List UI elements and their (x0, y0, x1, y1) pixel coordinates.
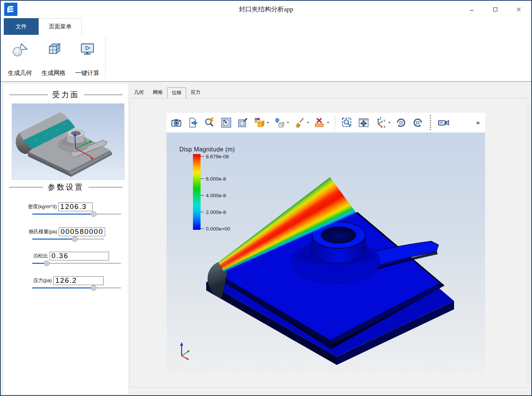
poisson-ratio-slider[interactable] (32, 260, 121, 266)
video-record-icon[interactable] (437, 115, 450, 130)
viewport-toolbar: Z Y X (166, 113, 485, 133)
tab-stress-label: 应力 (191, 89, 201, 95)
lighting-dropdown-icon[interactable] (287, 122, 289, 123)
legend-title: Disp Magnitude (m) (179, 146, 235, 153)
axes-orientation-icon[interactable]: Z Y X (374, 115, 390, 130)
poisson-ratio-slider-thumb[interactable] (44, 260, 50, 266)
density-label: 密度(kg/m^3) (28, 203, 57, 210)
poisson-ratio-label: 泊松比 (33, 253, 48, 259)
zoom-region-icon[interactable] (341, 115, 353, 130)
legend-ticks: 8.679e-08 6.000e-8 4.000e-8 2.000e-8 0.0… (201, 154, 242, 230)
result-tab-strip: 几何 网格 位移 应力 (129, 89, 205, 98)
clean-dropdown-icon[interactable] (307, 122, 309, 123)
compute-icon (79, 39, 96, 61)
legend-tick: 0.000e+00 (201, 226, 230, 232)
density-field[interactable] (58, 203, 93, 211)
axes-dropdown-icon[interactable] (388, 122, 390, 123)
one-click-compute-label: 一键计算 (75, 69, 100, 77)
ribbon-tab-page-menu-label: 页面菜单 (49, 23, 72, 30)
ribbon-tab-page-menu[interactable]: 页面菜单 (39, 18, 82, 35)
main-area: 受力面 (1, 81, 531, 396)
one-click-compute-button[interactable]: 一键计算 (70, 36, 104, 79)
expand-view-icon[interactable] (237, 115, 249, 130)
generate-geometry-button[interactable]: 生成几何 (3, 36, 37, 79)
parameters-title: 参数设置 (48, 182, 84, 192)
tab-mesh-label: 网格 (153, 89, 163, 95)
window-title: 封口夹结构分析app (1, 1, 531, 18)
pressure-field[interactable] (53, 276, 104, 285)
close-button[interactable] (515, 5, 523, 14)
tab-geometry[interactable]: 几何 (129, 87, 148, 98)
force-surface-preview (12, 103, 124, 180)
fit-view-icon[interactable] (220, 115, 232, 130)
legend-tick: 4.000e-8 (201, 193, 226, 198)
measure-off-icon[interactable] (314, 115, 329, 130)
measure-off-dropdown-icon[interactable] (327, 122, 329, 123)
displacement-tab-page: Z Y X (129, 98, 528, 388)
density-slider-thumb[interactable] (91, 211, 96, 217)
rotate-ccw-icon[interactable] (412, 115, 424, 130)
tab-mesh[interactable]: 网格 (148, 87, 167, 98)
pressure-slider[interactable] (32, 285, 121, 291)
ribbon-group-separator (105, 36, 106, 80)
pressure-slider-thumb[interactable] (91, 285, 96, 291)
toolbar-separator (335, 116, 335, 129)
mesh-icon (45, 39, 62, 61)
legend-colorbar (193, 154, 201, 230)
youngs-modulus-slider[interactable] (32, 236, 104, 242)
export-icon[interactable] (187, 115, 199, 130)
pressure-row: 压力(pa) (33, 276, 104, 285)
zoom-flash-icon[interactable] (204, 115, 216, 130)
render-canvas[interactable]: Disp Magnitude (m) 8.679e-08 6.000e-8 4.… (166, 133, 485, 373)
svg-text:Y: Y (383, 119, 386, 123)
minimize-button[interactable] (468, 5, 476, 14)
ribbon-tab-file[interactable]: 文件 (4, 18, 39, 35)
clean-icon[interactable] (294, 115, 309, 130)
youngs-modulus-row: 杨氏模量(pa) (29, 227, 105, 236)
toolbar-dotted-separator (430, 115, 431, 130)
youngs-modulus-label: 杨氏模量(pa) (29, 228, 57, 235)
display-mode-dropdown-icon[interactable] (267, 122, 269, 123)
rotate-cw-icon[interactable] (395, 115, 407, 130)
legend-tick: 2.000e-8 (201, 209, 226, 215)
density-row: 密度(kg/m^3) (28, 202, 93, 211)
maximize-button[interactable] (491, 5, 499, 14)
svg-text:Z: Z (380, 117, 381, 120)
legend-tick: 6.000e-8 (201, 176, 226, 182)
left-panel: 受力面 (4, 84, 128, 394)
ribbon-tab-strip: 文件 页面菜单 (1, 18, 531, 35)
pressure-label: 压力(pa) (33, 277, 52, 284)
tab-displacement-label: 位移 (172, 90, 182, 95)
3d-viewport: Z Y X (166, 113, 485, 373)
app-window: 封口夹结构分析app 文件 页面菜单 (0, 0, 532, 396)
tab-displacement[interactable]: 位移 (167, 87, 186, 98)
parameters-section-header: 参数设置 (9, 182, 123, 192)
generate-geometry-label: 生成几何 (8, 69, 32, 77)
tab-geometry-label: 几何 (134, 89, 144, 95)
youngs-modulus-field[interactable] (59, 228, 105, 236)
poisson-ratio-field[interactable] (50, 252, 109, 260)
orientation-triad-icon (176, 340, 194, 361)
geometry-icon (11, 39, 29, 61)
generate-mesh-label: 生成网格 (42, 69, 66, 77)
display-mode-icon[interactable] (254, 115, 269, 130)
pan-icon[interactable] (358, 115, 370, 130)
toolbar-overflow-button[interactable]: » (476, 119, 481, 126)
force-surface-section-header: 受力面 (9, 90, 123, 100)
legend-tick: 8.679e-08 (201, 154, 229, 159)
generate-mesh-button[interactable]: 生成网格 (37, 36, 70, 79)
ribbon-body: 生成几何 生成网格 (1, 35, 531, 81)
svg-text:X: X (383, 125, 386, 129)
camera-icon[interactable] (170, 115, 182, 130)
tab-stress[interactable]: 应力 (186, 87, 205, 98)
force-surface-title: 受力面 (52, 90, 79, 100)
title-bar: 封口夹结构分析app (1, 1, 531, 18)
lighting-icon[interactable] (274, 115, 289, 130)
youngs-modulus-slider-thumb[interactable] (72, 236, 78, 242)
poisson-ratio-row: 泊松比 (33, 251, 109, 260)
ribbon-tab-file-label: 文件 (16, 23, 27, 30)
density-slider[interactable] (32, 211, 121, 217)
